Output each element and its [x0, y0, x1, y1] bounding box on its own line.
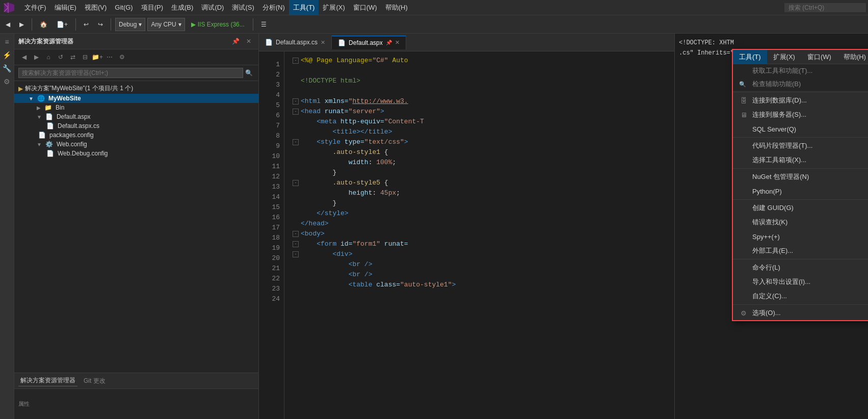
menu-window[interactable]: 窗口(W): [349, 0, 381, 15]
sep-3: [733, 199, 868, 200]
home-button[interactable]: 🏠: [36, 19, 51, 30]
menu-sql-server[interactable]: SQL Server(Q) ▶: [733, 122, 868, 136]
tree-default-aspx-cs[interactable]: 📄 Default.aspx.cs: [14, 121, 258, 130]
menu-nuget[interactable]: NuGet 包管理器(N) ▶: [733, 170, 868, 184]
back-button[interactable]: ◀: [2, 19, 14, 30]
se-back-btn[interactable]: ◀: [18, 51, 30, 63]
sep-1: [733, 137, 868, 138]
tree-packages-config[interactable]: 📄 packages.config: [14, 130, 258, 140]
collapse-18[interactable]: -: [293, 231, 299, 237]
menu-view[interactable]: 视图(V): [81, 0, 111, 15]
se-new-folder-btn[interactable]: 📁+: [92, 51, 103, 63]
menu-command-line[interactable]: 命令行(L) ▶: [733, 260, 868, 275]
se-search-icon[interactable]: 🔍: [243, 67, 254, 78]
collapse-1[interactable]: -: [293, 58, 299, 64]
menu-analyze[interactable]: 分析(N): [258, 0, 289, 15]
menu-choose-toolbox[interactable]: 选择工具箱项(X)...: [733, 153, 868, 167]
tree-default-aspx[interactable]: ▼ 📄 Default.aspx: [14, 112, 258, 121]
tools-dropdown: 工具(T) 扩展(X) 窗口(W) 帮助(H) 获取工具和功能(T)... 🔍 …: [732, 49, 868, 321]
collapse-13[interactable]: -: [293, 180, 299, 186]
aspx-tab-icon: 📄: [338, 39, 346, 46]
debug-config-dropdown[interactable]: Debug ▾: [115, 18, 145, 31]
menu-debug[interactable]: 调试(D): [197, 0, 228, 15]
collapse-5[interactable]: -: [293, 98, 299, 104]
se-close-button[interactable]: ✕: [243, 36, 254, 47]
add-file-button[interactable]: 📄+: [53, 19, 71, 30]
code-content[interactable]: - <%@ Page Language="C#" Auto <!DOCTYPE …: [284, 51, 674, 419]
sidebar-icon-2[interactable]: ⚡: [1, 49, 13, 61]
menu-icon-button[interactable]: ☰: [257, 19, 270, 30]
tree-solution[interactable]: ▶ 解决方案"MyWebSite"(1 个项目/共 1 个): [14, 83, 258, 94]
cmd-label: 命令行(L): [752, 263, 868, 272]
menu-create-guid[interactable]: 创建 GUID(G): [733, 201, 868, 215]
menu-external-tools[interactable]: 外部工具(E)...: [733, 244, 868, 258]
menu-code-snippets[interactable]: 代码片段管理器(T)... Ctrl+K, Ctrl+B: [733, 139, 868, 153]
tree-mywebsite[interactable]: ▼ 🌐 MyWebSite: [14, 94, 258, 103]
se-search-input[interactable]: [18, 68, 243, 78]
se-sync-btn[interactable]: ⇄: [67, 51, 78, 63]
app-logo: [2, 1, 16, 15]
collapse-19[interactable]: -: [293, 241, 299, 247]
dh-window[interactable]: 窗口(W): [801, 50, 837, 64]
collapse-6[interactable]: -: [293, 109, 299, 115]
sidebar-icon-1[interactable]: ≡: [1, 36, 13, 48]
dh-extensions[interactable]: 扩展(X): [767, 50, 801, 64]
menu-edit[interactable]: 编辑(E): [50, 0, 81, 15]
se-footer-tab-solution[interactable]: 解决方案资源管理器: [18, 375, 77, 386]
code-line-17: </head>: [293, 219, 666, 229]
se-filter-btn[interactable]: ⋯: [104, 51, 115, 63]
collapse-9[interactable]: -: [293, 139, 299, 145]
menu-project[interactable]: 项目(P): [137, 0, 167, 15]
menu-check-accessibility[interactable]: 🔍 检查辅助功能(B): [733, 77, 868, 91]
menu-spy[interactable]: Spy++(+): [733, 229, 868, 244]
menu-get-tools[interactable]: 获取工具和功能(T)...: [733, 64, 868, 77]
se-home-btn[interactable]: ⌂: [43, 51, 54, 63]
code-line-16: </style>: [293, 208, 666, 219]
sidebar-icon-4[interactable]: ⚙: [1, 75, 13, 88]
se-settings-btn[interactable]: ⚙: [116, 51, 127, 63]
se-footer-tab-git[interactable]: Git 更改: [82, 376, 108, 386]
menu-file[interactable]: 文件(F): [20, 0, 50, 15]
forward-button[interactable]: ▶: [16, 19, 28, 30]
menu-options[interactable]: ⚙ 选项(O)...: [733, 306, 868, 320]
play-icon: ▶: [191, 21, 196, 28]
menu-connect-db[interactable]: 🗄 连接到数据库(D)...: [733, 93, 868, 108]
tab-default-aspx[interactable]: 📄 Default.aspx 📌 ✕: [332, 36, 406, 49]
menu-test[interactable]: 测试(S): [228, 0, 258, 15]
redo-button[interactable]: ↪: [94, 19, 107, 30]
collapse-20[interactable]: -: [293, 251, 299, 257]
tree-web-config[interactable]: ▼ ⚙️ Web.config: [14, 140, 258, 149]
tab-close-cs[interactable]: ✕: [321, 39, 325, 46]
se-forward-btn[interactable]: ▶: [31, 51, 42, 63]
menu-python[interactable]: Python(P) ▶: [733, 184, 868, 198]
menu-git[interactable]: Git(G): [111, 0, 137, 15]
se-refresh-btn[interactable]: ↺: [55, 51, 66, 63]
dh-help[interactable]: 帮助(H): [837, 50, 868, 64]
tree-bin[interactable]: ▶ 📁 Bin: [14, 103, 258, 112]
platform-dropdown[interactable]: Any CPU ▾: [147, 18, 185, 31]
menu-customize[interactable]: 自定义(C)...: [733, 289, 868, 303]
menu-error-lookup[interactable]: 错误查找(K): [733, 215, 868, 229]
se-collapse-btn[interactable]: ⊟: [80, 51, 91, 63]
sep3: [111, 18, 111, 31]
menu-help[interactable]: 帮助(H): [381, 0, 412, 15]
menu-extensions[interactable]: 扩展(X): [319, 0, 349, 15]
se-content: ▶ 解决方案"MyWebSite"(1 个项目/共 1 个) ▼ 🌐 MyWeb…: [14, 81, 258, 373]
snippets-label: 代码片段管理器(T)...: [752, 141, 868, 150]
menu-search-input[interactable]: [784, 3, 866, 12]
tree-web-debug-config[interactable]: 📄 Web.Debug.config: [14, 149, 258, 158]
bin-label: Bin: [56, 104, 64, 111]
menu-build[interactable]: 生成(B): [167, 0, 197, 15]
sidebar-icon-3[interactable]: 🔧: [1, 62, 13, 74]
menu-connect-server[interactable]: 🖥 连接到服务器(S)...: [733, 108, 868, 122]
run-button[interactable]: ▶ IIS Express (36...: [187, 20, 249, 29]
menu-tools[interactable]: 工具(T): [289, 0, 319, 15]
undo-button[interactable]: ↩: [80, 19, 92, 30]
menu-import-export[interactable]: 导入和导出设置(I)...: [733, 275, 868, 289]
tab-close-aspx[interactable]: ✕: [395, 39, 400, 46]
cs-tab-icon: 📄: [265, 39, 273, 46]
se-pin-button[interactable]: 📌: [230, 36, 241, 47]
check-access-icon: 🔍: [739, 81, 748, 88]
tab-default-aspx-cs[interactable]: 📄 Default.aspx.cs ✕: [259, 36, 332, 49]
dh-tools[interactable]: 工具(T): [733, 50, 767, 64]
